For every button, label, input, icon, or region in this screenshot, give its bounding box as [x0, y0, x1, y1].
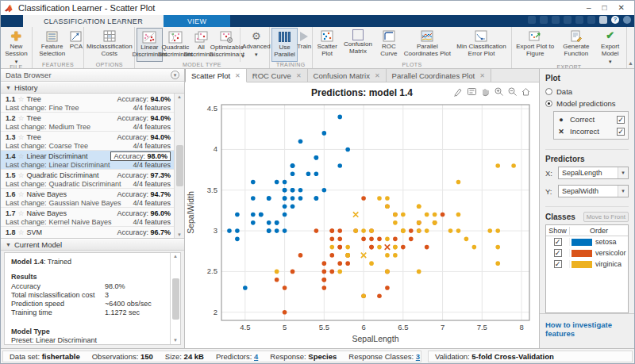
- setosa-show-checkbox[interactable]: ✓: [554, 238, 562, 246]
- favorite-star-icon[interactable]: ☆: [18, 171, 25, 179]
- parallel-coordinates-plot-button[interactable]: Parallel Coordinates Plot: [402, 28, 453, 62]
- history-scroll-thumb[interactable]: [176, 145, 183, 186]
- result-value: 3: [105, 291, 109, 300]
- zoom-in-icon[interactable]: [494, 86, 504, 97]
- linear-discriminant-icon: [142, 30, 156, 44]
- doc-tab-label: Parallel Coordinates Plot: [392, 71, 475, 80]
- accuracy-value: Accuracy: 94.7%: [117, 190, 171, 198]
- model-optimizable-discriminant-button[interactable]: Optimizable Discriminant: [214, 28, 240, 62]
- close-tab-icon[interactable]: ✕: [296, 72, 302, 79]
- model-predictions-radio[interactable]: Model predictions: [545, 98, 629, 109]
- generate-function-button[interactable]: Generate Function: [556, 28, 595, 64]
- cut-icon[interactable]: [540, 16, 548, 24]
- virginica-show-checkbox[interactable]: ✓: [554, 260, 562, 268]
- ribbon-collapse-icon[interactable]: ▲: [627, 27, 634, 68]
- history-item-1.8[interactable]: 1.8☆SVMAccuracy: 96.7%: [1, 227, 174, 239]
- use-parallel-button[interactable]: Use Parallel: [271, 28, 298, 62]
- matlab-logo-icon: [4, 3, 14, 13]
- data-browser-menu-icon[interactable]: ▾: [171, 71, 179, 79]
- scatter-plot-canvas[interactable]: 4.555.566.577.5822.533.544.5SepalLengthS…: [185, 100, 539, 346]
- favorite-star-icon[interactable]: ☆: [18, 133, 25, 141]
- history-item-1.6[interactable]: 1.6☆Naive BayesAccuracy: 94.7%Last chang…: [1, 189, 174, 208]
- ribbon-group-file: ✚ New Session ▾ FILE: [1, 27, 33, 68]
- history-section-header[interactable]: ▼ History: [1, 82, 184, 94]
- favorite-star-icon[interactable]: ☆: [18, 190, 25, 198]
- result-row: Prediction speed~6400 obs/sec: [11, 300, 167, 308]
- close-tab-icon[interactable]: ✕: [375, 72, 380, 79]
- copy-icon[interactable]: [552, 16, 560, 24]
- current-model-scrollbar[interactable]: ▲ ▼: [170, 253, 180, 344]
- pca-button[interactable]: PCA: [70, 28, 82, 62]
- current-model-scroll-thumb[interactable]: [172, 278, 179, 320]
- versicolor-show-checkbox[interactable]: ✓: [554, 249, 562, 257]
- undo-icon[interactable]: [575, 16, 583, 24]
- help-icon[interactable]: ?: [611, 16, 619, 24]
- model-id: 1.4: [6, 152, 16, 160]
- maximize-icon[interactable]: □: [602, 2, 607, 13]
- history-scrollbar[interactable]: ▲ ▼: [174, 94, 184, 238]
- pan-icon[interactable]: [480, 86, 491, 97]
- misclassification-costs-button[interactable]: Misclassification Costs: [86, 28, 133, 62]
- print-icon[interactable]: [599, 16, 607, 24]
- tab-view[interactable]: VIEW: [164, 15, 230, 27]
- history-item-1.3[interactable]: 1.3☆TreeAccuracy: 94.0%Last change:Coars…: [1, 132, 174, 151]
- minimize-icon[interactable]: –: [587, 2, 591, 13]
- scatter-plot-button[interactable]: Scatter Plot: [314, 28, 340, 62]
- data-radio[interactable]: Data: [545, 86, 629, 98]
- redo-icon[interactable]: [587, 16, 595, 24]
- save-icon[interactable]: [528, 16, 536, 24]
- community-icon[interactable]: [623, 16, 631, 24]
- status-link[interactable]: 4: [254, 352, 258, 361]
- advanced-button[interactable]: ⚙ Advanced ▾: [245, 28, 267, 62]
- correct-checkbox[interactable]: ✓: [617, 116, 625, 124]
- plot-controls-panel: Plot Data Model predictions ● Correct ✓: [539, 69, 634, 348]
- scroll-up-icon[interactable]: ▲: [177, 94, 182, 99]
- how-to-investigate-features-link[interactable]: How to investigate features: [545, 320, 612, 338]
- train-button[interactable]: Train: [298, 28, 310, 62]
- brush-icon[interactable]: [453, 86, 464, 97]
- favorite-star-icon[interactable]: ☆: [18, 209, 25, 217]
- export-model-button[interactable]: ✔ Export Model ▾: [596, 28, 625, 64]
- doc-tab-scatter-plot[interactable]: Scatter Plot✕: [185, 69, 247, 82]
- x-predictor-select[interactable]: SepalLength ▾: [558, 167, 629, 179]
- tab-classification-learner[interactable]: CLASSIFICATION LEARNER: [23, 15, 164, 27]
- status-link[interactable]: 3: [416, 352, 420, 361]
- doc-tab-roc-curve[interactable]: ROC Curve✕: [247, 69, 308, 82]
- data-browser-header: Data Browser ▾: [1, 69, 184, 82]
- scroll-down-icon[interactable]: ▼: [177, 232, 182, 237]
- status-response: Response: Species: [270, 352, 337, 361]
- feature-selection-button[interactable]: Feature Selection: [34, 28, 71, 62]
- close-icon[interactable]: ✕: [618, 2, 625, 13]
- close-tab-icon[interactable]: ✕: [235, 72, 241, 79]
- incorrect-checkbox[interactable]: ✓: [617, 128, 625, 136]
- close-tab-icon[interactable]: ✕: [479, 72, 485, 79]
- doc-tab-confusion-matrix[interactable]: Confusion Matrix✕: [308, 69, 387, 82]
- paste-icon[interactable]: [564, 16, 572, 24]
- history-item-1.5[interactable]: 1.5☆Quadratic DiscriminantAccuracy: 97.3…: [1, 170, 174, 189]
- history-item-1.7[interactable]: 1.7☆Naive BayesAccuracy: 96.0%Last chang…: [1, 208, 174, 227]
- move-to-front-button[interactable]: Move to Front: [583, 212, 629, 222]
- confusion-matrix-button[interactable]: Confusion Matrix: [340, 28, 375, 62]
- history-item-1.4[interactable]: 1.4☆Linear DiscriminantAccuracy: 98.0%La…: [1, 151, 174, 170]
- min-classification-error-plot-button[interactable]: Min Classification Error Plot: [453, 28, 510, 62]
- history-item-1.2[interactable]: 1.2☆TreeAccuracy: 94.0%Last change:Mediu…: [1, 113, 174, 132]
- scroll-up-icon[interactable]: ▲: [173, 254, 178, 260]
- home-icon[interactable]: [521, 86, 531, 97]
- scroll-down-icon[interactable]: ▼: [173, 338, 178, 344]
- favorite-star-icon[interactable]: ☆: [18, 95, 25, 103]
- history-item-1.1[interactable]: 1.1☆TreeAccuracy: 94.0%Last change:Fine …: [1, 94, 174, 113]
- zoom-out-icon[interactable]: [507, 86, 518, 97]
- current-model-section-header[interactable]: ▼ Current Model: [1, 239, 184, 251]
- doc-tab-parallel-coordinates-plot[interactable]: Parallel Coordinates Plot✕: [387, 69, 491, 82]
- setosa-color-swatch: [572, 239, 592, 246]
- favorite-star-icon[interactable]: ☆: [18, 114, 25, 122]
- datatip-icon[interactable]: [467, 86, 477, 97]
- favorite-star-icon[interactable]: ☆: [18, 152, 25, 160]
- export-plot-to-figure-button[interactable]: Export Plot to Figure: [514, 28, 556, 64]
- roc-curve-button[interactable]: ROC Curve: [376, 28, 402, 62]
- chevron-down-icon: ▾: [618, 167, 628, 178]
- new-session-button[interactable]: ✚ New Session ▾: [2, 28, 30, 64]
- y-predictor-select[interactable]: SepalWidth ▾: [558, 185, 629, 197]
- favorite-star-icon[interactable]: ☆: [18, 228, 25, 236]
- export-model-dropdown-icon: ▾: [609, 59, 612, 65]
